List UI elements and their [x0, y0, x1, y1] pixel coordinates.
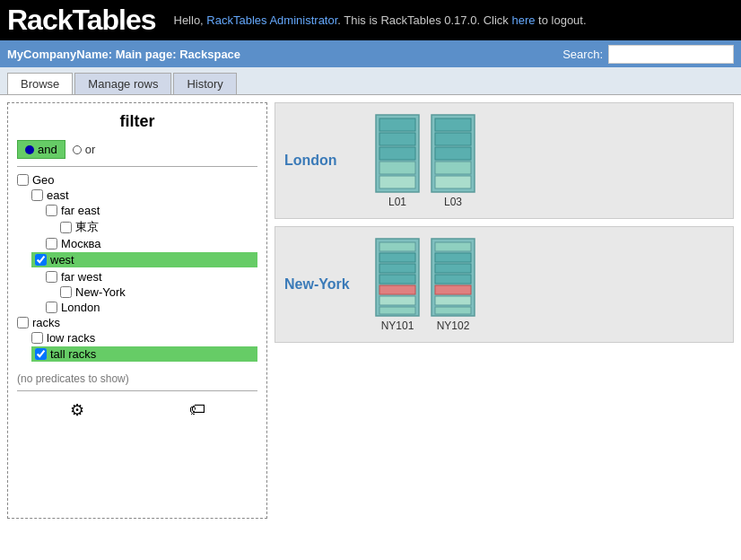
location-name-london: London — [284, 153, 356, 169]
rack-label-NY101: NY101 — [381, 319, 414, 332]
logo: RackTables — [7, 4, 156, 37]
svg-rect-23 — [435, 264, 471, 273]
svg-rect-24 — [435, 275, 471, 284]
no-predicates-text: (no predicates to show) — [17, 372, 257, 385]
label-tokyo: 東京 — [75, 219, 99, 235]
checkbox-racks[interactable] — [17, 317, 29, 328]
tree-node-tokyo: 東京 — [17, 218, 257, 236]
here-link[interactable]: here — [511, 13, 535, 27]
tree-node-west: west — [17, 251, 257, 269]
svg-rect-3 — [379, 147, 415, 160]
svg-rect-14 — [379, 253, 415, 262]
checkbox-west[interactable] — [35, 254, 47, 266]
tree-node-tall-racks: tall racks — [17, 346, 257, 363]
filter-icon-bar: ⚙ 🏷 — [17, 397, 257, 424]
location-new-york: New-York NY101 — [275, 226, 734, 343]
gear-icon[interactable]: ⚙ — [70, 400, 84, 420]
tab-history[interactable]: History — [173, 73, 236, 94]
checkbox-tokyo[interactable] — [60, 222, 72, 233]
or-option[interactable]: or — [73, 143, 96, 156]
or-radio-icon — [73, 145, 82, 154]
svg-rect-8 — [435, 133, 471, 145]
navbar: MyCompanyName: Main page: Rackspace Sear… — [0, 40, 741, 67]
checkbox-low-racks[interactable] — [31, 332, 43, 344]
rack-svg-NY101 — [374, 237, 421, 318]
label-far-west: far west — [61, 270, 102, 284]
and-button[interactable]: and — [17, 140, 65, 159]
header-info: Hello, RackTables Administrator. This is… — [174, 13, 735, 27]
checkbox-far-west[interactable] — [46, 271, 57, 283]
rack-svg-L01 — [374, 113, 421, 194]
filter-panel: filter and or Geo east far eas — [7, 102, 267, 519]
rack-NY102[interactable]: NY102 — [430, 237, 476, 332]
rack-L03[interactable]: L03 — [430, 113, 476, 208]
svg-rect-11 — [435, 176, 471, 188]
checkbox-new-york[interactable] — [60, 286, 72, 298]
tab-manage-rows[interactable]: Manage rows — [74, 73, 171, 94]
tree-node-far-east: far east — [17, 203, 257, 218]
label-tall-racks: tall racks — [50, 347, 96, 361]
filter-title: filter — [17, 112, 257, 131]
checkbox-tall-racks[interactable] — [35, 348, 47, 360]
tab-bar: Browse Manage rows History — [0, 67, 741, 95]
checkbox-geo[interactable] — [17, 174, 29, 186]
checkbox-east[interactable] — [31, 189, 43, 201]
svg-rect-1 — [379, 118, 415, 131]
rack-NY101[interactable]: NY101 — [374, 237, 421, 332]
filter-logic: and or — [17, 140, 257, 159]
filter-divider — [17, 166, 257, 167]
svg-rect-17 — [379, 285, 415, 294]
label-geo: Geo — [32, 173, 55, 187]
tree-node-geo: Geo — [17, 172, 257, 188]
admin-link[interactable]: RackTables Administrator — [206, 13, 337, 27]
rack-svg-L03 — [430, 113, 476, 194]
svg-rect-13 — [379, 242, 415, 251]
svg-rect-18 — [379, 296, 415, 305]
label-low-racks: low racks — [47, 331, 95, 345]
tree-node-moscow: Москва — [17, 236, 257, 251]
header: RackTables Hello, RackTables Administrat… — [0, 0, 741, 40]
checkbox-far-east[interactable] — [46, 205, 57, 216]
rack-label-NY102: NY102 — [437, 319, 470, 332]
tree-node-racks: racks — [17, 315, 257, 330]
checkbox-london[interactable] — [46, 302, 57, 313]
rack-svg-NY102 — [430, 237, 476, 318]
checkbox-moscow[interactable] — [46, 238, 57, 249]
tree-node-far-west: far west — [17, 269, 257, 284]
search-input[interactable] — [608, 45, 734, 64]
location-london: London L01 — [275, 102, 734, 219]
rack-L01[interactable]: L01 — [374, 113, 421, 208]
breadcrumb: MyCompanyName: Main page: Rackspace — [7, 48, 240, 61]
label-east: east — [47, 188, 69, 202]
svg-rect-22 — [435, 253, 471, 262]
version-text: . This is RackTables 0.17.0. Click — [337, 13, 511, 27]
and-label: and — [38, 143, 57, 156]
label-new-york: New-York — [75, 285, 126, 299]
and-radio-icon — [25, 145, 34, 154]
svg-rect-21 — [435, 242, 471, 251]
logout-text: to logout. — [535, 13, 586, 27]
tab-browse[interactable]: Browse — [7, 73, 73, 94]
svg-rect-5 — [379, 176, 415, 188]
svg-rect-26 — [435, 296, 471, 305]
search-label: Search: — [562, 48, 603, 61]
hello-text: Hello, — [174, 13, 207, 27]
svg-rect-15 — [379, 264, 415, 273]
tree-node-low-racks: low racks — [17, 330, 257, 346]
tag-icon[interactable]: 🏷 — [189, 400, 205, 420]
tree-node-east: east — [17, 188, 257, 203]
svg-rect-7 — [435, 118, 471, 131]
svg-rect-16 — [379, 275, 415, 284]
svg-rect-27 — [435, 307, 471, 314]
tree-node-london: London — [17, 300, 257, 315]
svg-rect-10 — [435, 162, 471, 174]
rack-label-L01: L01 — [388, 196, 406, 208]
racks-group-new-york: NY101 NY102 — [374, 237, 476, 332]
label-far-east: far east — [61, 204, 100, 217]
svg-rect-2 — [379, 133, 415, 145]
label-london: London — [61, 301, 100, 314]
filter-bottom-divider — [17, 390, 257, 391]
label-moscow: Москва — [61, 237, 100, 250]
label-west: west — [50, 253, 74, 267]
svg-rect-25 — [435, 285, 471, 294]
